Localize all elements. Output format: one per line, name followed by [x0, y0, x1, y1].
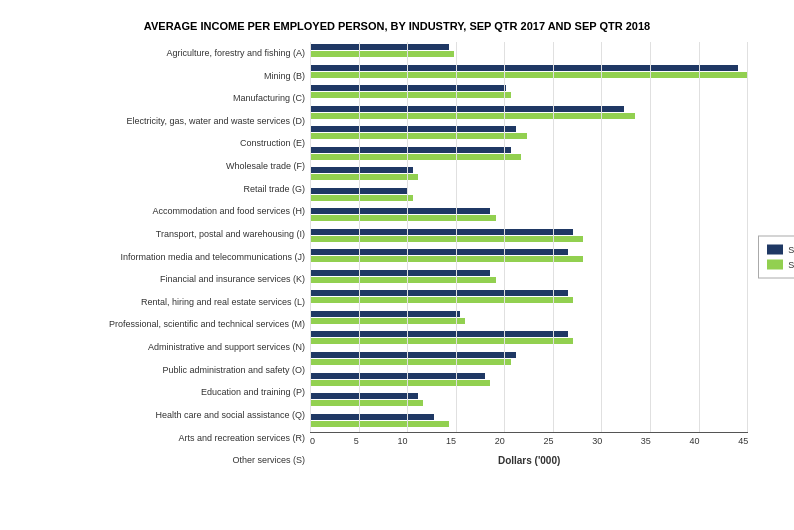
- bar-pair: [310, 270, 748, 286]
- chart-container: AVERAGE INCOME PER EMPLOYED PERSON, BY I…: [0, 0, 794, 530]
- bar-2018: [310, 256, 583, 262]
- y-label: Manufacturing (C): [20, 89, 305, 109]
- y-label: Wholesale trade (F): [20, 156, 305, 176]
- x-tick: 40: [690, 436, 700, 446]
- bar-2017: [310, 331, 568, 337]
- y-label: Public administration and safety (O): [20, 360, 305, 380]
- bar-pair: [310, 414, 748, 430]
- bar-2018: [310, 359, 511, 365]
- bar-2017: [310, 147, 511, 153]
- legend-label-2017: Sep-2017: [788, 245, 794, 255]
- bar-pair: [310, 290, 748, 306]
- x-tick: 25: [543, 436, 553, 446]
- y-axis-labels: Agriculture, forestry and fishing (A)Min…: [20, 42, 310, 472]
- bar-2018: [310, 297, 573, 303]
- bar-2017: [310, 414, 434, 420]
- bar-2018: [310, 421, 449, 427]
- bar-2018: [310, 277, 496, 283]
- bar-pair: [310, 208, 748, 224]
- legend-label-2018: Sep-2018: [788, 260, 794, 270]
- bar-2017: [310, 352, 516, 358]
- y-label: Education and training (P): [20, 383, 305, 403]
- bar-pair: [310, 373, 748, 389]
- y-label: Health care and social assistance (Q): [20, 405, 305, 425]
- bar-2018: [310, 318, 465, 324]
- chart-body: Agriculture, forestry and fishing (A)Min…: [20, 42, 774, 472]
- y-label: Professional, scientific and technical s…: [20, 315, 305, 335]
- bars-area: 051015202530354045 Dollars ('000) Sep-20…: [310, 42, 794, 472]
- legend-item-2017: Sep-2017: [767, 245, 794, 255]
- bar-2018: [310, 195, 413, 201]
- y-label: Rental, hiring and real estate services …: [20, 292, 305, 312]
- bar-2018: [310, 154, 521, 160]
- y-label: Mining (B): [20, 66, 305, 86]
- bar-pair: [310, 44, 748, 60]
- bar-2017: [310, 167, 413, 173]
- bars-rows: [310, 42, 794, 432]
- y-label: Arts and recreation services (R): [20, 428, 305, 448]
- bar-2018: [310, 380, 490, 386]
- bar-2018: [310, 215, 496, 221]
- bar-2017: [310, 44, 449, 50]
- bar-2018: [310, 338, 573, 344]
- bar-pair: [310, 331, 748, 347]
- bar-2018: [310, 113, 635, 119]
- bar-pair: [310, 85, 748, 101]
- bar-pair: [310, 352, 748, 368]
- bar-2018: [310, 72, 748, 78]
- bar-2017: [310, 85, 506, 91]
- y-label: Construction (E): [20, 134, 305, 154]
- bar-pair: [310, 249, 748, 265]
- bar-2018: [310, 400, 423, 406]
- bar-2017: [310, 393, 418, 399]
- y-label: Administrative and support services (N): [20, 337, 305, 357]
- bars-wrapper: 051015202530354045 Dollars ('000) Sep-20…: [310, 42, 794, 472]
- bar-2017: [310, 270, 490, 276]
- bar-2017: [310, 311, 460, 317]
- bar-2017: [310, 65, 738, 71]
- x-tick: 10: [397, 436, 407, 446]
- y-label: Information media and telecommunications…: [20, 247, 305, 267]
- bar-2018: [310, 92, 511, 98]
- bar-pair: [310, 126, 748, 142]
- x-tick: 0: [310, 436, 315, 446]
- legend-color-2017: [767, 245, 783, 255]
- bar-2018: [310, 174, 418, 180]
- chart-title: AVERAGE INCOME PER EMPLOYED PERSON, BY I…: [20, 20, 774, 32]
- bar-2017: [310, 208, 490, 214]
- y-label: Retail trade (G): [20, 179, 305, 199]
- bar-2018: [310, 133, 527, 139]
- bar-pair: [310, 311, 748, 327]
- x-tick: 45: [738, 436, 748, 446]
- x-tick: 5: [354, 436, 359, 446]
- bar-2017: [310, 106, 624, 112]
- y-label: Accommodation and food services (H): [20, 202, 305, 222]
- y-label: Transport, postal and warehousing (I): [20, 224, 305, 244]
- bar-2017: [310, 126, 516, 132]
- bar-pair: [310, 65, 748, 81]
- x-tick: 30: [592, 436, 602, 446]
- bar-pair: [310, 188, 748, 204]
- y-label: Other services (S): [20, 451, 305, 471]
- x-tick: 35: [641, 436, 651, 446]
- bar-2017: [310, 188, 408, 194]
- bar-2017: [310, 249, 568, 255]
- y-label: Agriculture, forestry and fishing (A): [20, 43, 305, 63]
- x-tick: 15: [446, 436, 456, 446]
- bar-2017: [310, 290, 568, 296]
- x-ticks: 051015202530354045: [310, 433, 748, 453]
- legend-item-2018: Sep-2018: [767, 260, 794, 270]
- bar-pair: [310, 229, 748, 245]
- bar-pair: [310, 167, 748, 183]
- legend: Sep-2017 Sep-2018: [758, 236, 794, 279]
- x-tick: 20: [495, 436, 505, 446]
- y-label: Electricity, gas, water and waste servic…: [20, 111, 305, 131]
- bar-pair: [310, 147, 748, 163]
- bar-2018: [310, 51, 454, 57]
- y-label: Financial and insurance services (K): [20, 270, 305, 290]
- x-axis: 051015202530354045 Dollars ('000): [310, 432, 748, 472]
- legend-color-2018: [767, 260, 783, 270]
- bar-2017: [310, 373, 485, 379]
- bar-pair: [310, 393, 748, 409]
- bar-pair: [310, 106, 748, 122]
